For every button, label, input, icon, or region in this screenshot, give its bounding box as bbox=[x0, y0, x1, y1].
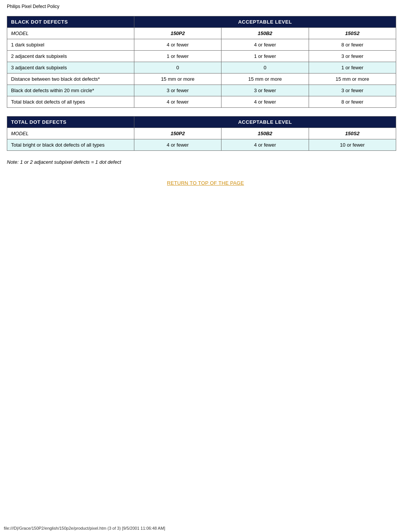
row-v1: 0 bbox=[134, 62, 221, 73]
row-v1: 1 or fewer bbox=[134, 51, 221, 62]
note-text: Note: 1 or 2 adjacent subpixel defects =… bbox=[7, 159, 404, 165]
table-row: Distance between two black dot defects* … bbox=[7, 73, 396, 85]
total-dot-acceptable-label: ACCEPTABLE LEVEL bbox=[134, 117, 396, 128]
total-col2-label: 150B2 bbox=[221, 128, 309, 139]
page-title: Philips Pixel Defect Policy bbox=[7, 4, 59, 9]
row-v1: 3 or fewer bbox=[134, 85, 221, 96]
row-v3: 3 or fewer bbox=[309, 85, 396, 96]
row-label: 1 dark subpixel bbox=[7, 39, 134, 51]
row-v2: 3 or fewer bbox=[221, 85, 309, 96]
row-v2: 4 or fewer bbox=[221, 96, 309, 108]
row-label: 3 adjacent dark subpixels bbox=[7, 62, 134, 73]
col2-label: 150B2 bbox=[221, 28, 309, 39]
page-header: Philips Pixel Defect Policy bbox=[7, 4, 404, 9]
black-dot-section-label: BLACK DOT DEFECTS bbox=[7, 16, 134, 28]
total-col1-label: 150P2 bbox=[134, 128, 221, 139]
table-row: 3 adjacent dark subpixels 0 0 1 or fewer bbox=[7, 62, 396, 73]
total-dot-section-label: TOTAL DOT DEFECTS bbox=[7, 117, 134, 128]
row-v2: 15 mm or more bbox=[221, 73, 309, 85]
row-v1: 4 or fewer bbox=[134, 96, 221, 108]
total-model-col-label: MODEL bbox=[7, 128, 134, 139]
row-v2: 4 or fewer bbox=[221, 139, 309, 151]
table-row: Black dot defects within 20 mm circle* 3… bbox=[7, 85, 396, 96]
return-to-top-link[interactable]: RETURN TO TOP OF THE PAGE bbox=[7, 180, 404, 186]
table-row: Total bright or black dot defects of all… bbox=[7, 139, 396, 151]
row-v2: 4 or fewer bbox=[221, 39, 309, 51]
black-dot-table: BLACK DOT DEFECTS ACCEPTABLE LEVEL MODEL… bbox=[7, 16, 396, 108]
row-v2: 1 or fewer bbox=[221, 51, 309, 62]
row-v3: 10 or fewer bbox=[309, 139, 396, 151]
row-v3: 15 mm or more bbox=[309, 73, 396, 85]
row-v3: 1 or fewer bbox=[309, 62, 396, 73]
row-v3: 8 or fewer bbox=[309, 96, 396, 108]
model-col-label: MODEL bbox=[7, 28, 134, 39]
total-col3-label: 150S2 bbox=[309, 128, 396, 139]
row-label: Total bright or black dot defects of all… bbox=[7, 139, 134, 151]
row-label: Total black dot defects of all types bbox=[7, 96, 134, 108]
col1-label: 150P2 bbox=[134, 28, 221, 39]
row-v3: 3 or fewer bbox=[309, 51, 396, 62]
row-v2: 0 bbox=[221, 62, 309, 73]
row-label: 2 adjacent dark subpixels bbox=[7, 51, 134, 62]
total-dot-table: TOTAL DOT DEFECTS ACCEPTABLE LEVEL MODEL… bbox=[7, 116, 396, 151]
row-v1: 4 or fewer bbox=[134, 139, 221, 151]
row-v3: 8 or fewer bbox=[309, 39, 396, 51]
table-row: 2 adjacent dark subpixels 1 or fewer 1 o… bbox=[7, 51, 396, 62]
table-row: Total black dot defects of all types 4 o… bbox=[7, 96, 396, 108]
row-v1: 4 or fewer bbox=[134, 39, 221, 51]
table-row: 1 dark subpixel 4 or fewer 4 or fewer 8 … bbox=[7, 39, 396, 51]
row-v1: 15 mm or more bbox=[134, 73, 221, 85]
row-label: Black dot defects within 20 mm circle* bbox=[7, 85, 134, 96]
black-dot-acceptable-label: ACCEPTABLE LEVEL bbox=[134, 16, 396, 28]
row-label: Distance between two black dot defects* bbox=[7, 73, 134, 85]
col3-label: 150S2 bbox=[309, 28, 396, 39]
